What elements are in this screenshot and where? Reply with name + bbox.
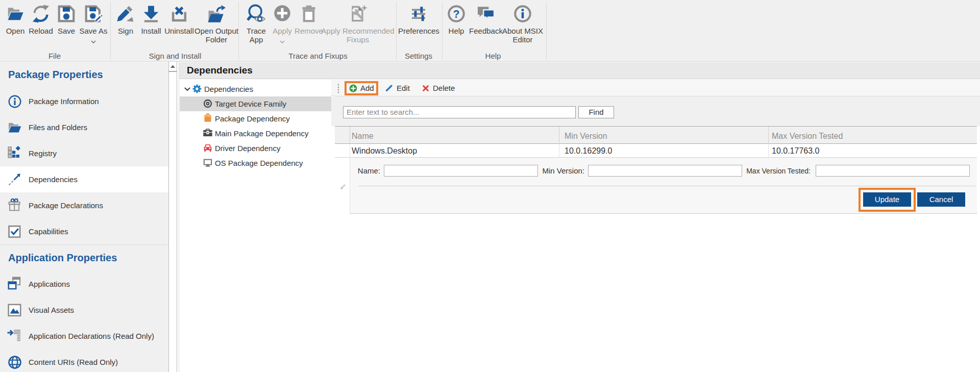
svg-text:?: ? — [453, 8, 459, 20]
